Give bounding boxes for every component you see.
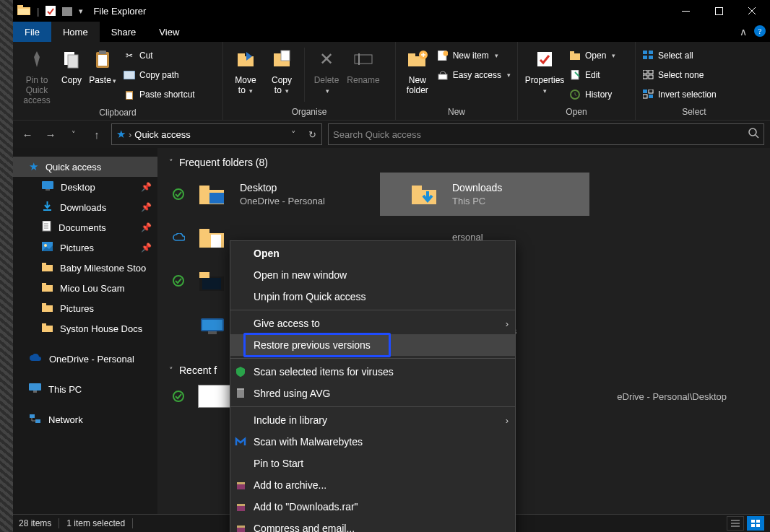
- maximize-button[interactable]: [702, 0, 735, 22]
- ribbon-group-open: Properties▾ Open▾ Edit History: [518, 42, 636, 120]
- nav-forward-button[interactable]: →: [42, 126, 59, 143]
- ctx-give-access-to[interactable]: Give access to›: [230, 313, 515, 334]
- sidebar-item-pictures-2[interactable]: Pictures: [13, 298, 157, 318]
- ctx-pin-to-start[interactable]: Pin to Start: [230, 453, 515, 474]
- svg-rect-43: [643, 75, 647, 79]
- svg-point-81: [173, 276, 183, 286]
- sidebar-item-quick-access[interactable]: ★ Quick access: [13, 157, 157, 177]
- svg-rect-77: [412, 186, 422, 191]
- tab-share[interactable]: Share: [100, 22, 148, 42]
- move-to-button[interactable]: Moveto ▾: [228, 45, 264, 95]
- nav-back-button[interactable]: ←: [19, 126, 36, 143]
- svg-rect-92: [751, 520, 755, 523]
- qat-dropdown-icon[interactable]: ▾: [79, 6, 83, 16]
- search-icon[interactable]: [748, 128, 759, 141]
- history-button[interactable]: History: [567, 85, 618, 103]
- address-bar[interactable]: ★ › Quick access ˅ ↻: [111, 123, 322, 145]
- svg-point-49: [749, 128, 756, 136]
- folder-item-desktop[interactable]: Desktop OneDrive - Personal: [168, 173, 377, 216]
- qat-properties-icon[interactable]: [46, 6, 56, 16]
- sidebar-item-onedrive[interactable]: OneDrive - Personal: [13, 349, 157, 369]
- winrar-icon: [230, 523, 251, 533]
- new-folder-button[interactable]: Newfolder: [400, 45, 435, 95]
- ctx-include-in-library[interactable]: Include in library›: [230, 409, 515, 431]
- ribbon-collapse-icon[interactable]: ∧: [740, 26, 747, 38]
- sidebar-item-desktop[interactable]: Desktop 📌: [13, 177, 157, 197]
- nav-recent-dropdown[interactable]: ˅: [65, 126, 82, 143]
- tab-file[interactable]: File: [13, 22, 51, 42]
- delete-button[interactable]: ✕ Delete▾: [309, 45, 344, 95]
- select-none-button[interactable]: Select none: [640, 66, 719, 84]
- folder-icon: [195, 266, 230, 295]
- ctx-restore-previous-versions[interactable]: Restore previous versions: [230, 334, 515, 356]
- nav-up-button[interactable]: ↑: [88, 126, 105, 143]
- ctx-open-new-window[interactable]: Open in new window: [230, 264, 515, 286]
- sidebar-item-this-pc[interactable]: This PC: [13, 379, 157, 399]
- close-button[interactable]: [735, 0, 769, 22]
- sidebar-item-network[interactable]: Network: [13, 409, 157, 429]
- svg-rect-34: [570, 51, 574, 55]
- paste-shortcut-button[interactable]: Paste shortcut: [121, 85, 197, 103]
- sidebar-item-pictures[interactable]: Pictures 📌: [13, 237, 157, 258]
- ctx-unpin-quick-access[interactable]: Unpin from Quick access: [230, 286, 515, 308]
- cut-button[interactable]: ✂Cut: [121, 46, 197, 64]
- copy-path-button[interactable]: Copy path: [121, 66, 197, 84]
- paste-button[interactable]: Paste▾: [87, 45, 118, 85]
- edit-button[interactable]: Edit: [567, 66, 618, 84]
- ctx-scan-malwarebytes[interactable]: Scan with Malwarebytes: [230, 431, 515, 453]
- pc-icon: [195, 310, 230, 339]
- invert-selection-button[interactable]: Invert selection: [640, 85, 719, 103]
- tab-home[interactable]: Home: [51, 22, 100, 42]
- ctx-compress-and-email[interactable]: Compress and email...: [230, 518, 515, 532]
- ribbon-group-label-new: New: [400, 105, 513, 120]
- minimize-button[interactable]: [669, 0, 702, 22]
- copy-button[interactable]: Copy: [56, 45, 87, 85]
- details-view-button[interactable]: [727, 516, 744, 531]
- malwarebytes-icon: [230, 437, 251, 447]
- rename-button[interactable]: Rename: [344, 45, 383, 85]
- svg-rect-37: [643, 51, 647, 54]
- svg-rect-44: [649, 75, 653, 79]
- new-item-button[interactable]: New item▾: [435, 46, 513, 64]
- folder-item-downloads[interactable]: Downloads This PC: [380, 173, 589, 216]
- frequent-folders-header[interactable]: ˅ Frequent folders (8): [157, 148, 770, 173]
- window-title: File Explorer: [93, 6, 146, 17]
- search-input[interactable]: Search Quick access: [328, 123, 764, 145]
- svg-rect-32: [537, 52, 552, 66]
- properties-button[interactable]: Properties▾: [522, 45, 567, 95]
- copy-to-button[interactable]: Copyto ▾: [264, 45, 300, 95]
- sidebar-item-downloads[interactable]: Downloads 📌: [13, 197, 157, 217]
- svg-line-50: [756, 135, 758, 138]
- sidebar-item-baby-milestone[interactable]: Baby Milestone Stoo: [13, 258, 157, 278]
- ctx-shred-avg[interactable]: Shred using AVG: [230, 383, 515, 404]
- file-explorer-window: | ▾ File Explorer File Home Share: [13, 0, 770, 532]
- svg-rect-51: [42, 181, 53, 189]
- sidebar-item-mico-lou[interactable]: Mico Lou Scam: [13, 278, 157, 298]
- sidebar-item-syston[interactable]: Syston House Docs: [13, 318, 157, 339]
- svg-rect-61: [42, 263, 46, 266]
- ctx-add-to-archive[interactable]: Add to archive...: [230, 474, 515, 496]
- help-icon[interactable]: ?: [754, 25, 766, 39]
- thumbnails-view-button[interactable]: [747, 516, 764, 531]
- search-placeholder: Search Quick access: [333, 129, 421, 140]
- svg-rect-52: [46, 189, 50, 191]
- ctx-open[interactable]: Open: [230, 243, 515, 264]
- ctx-add-to-downloads-rar[interactable]: Add to "Downloads.rar": [230, 496, 515, 518]
- easy-access-button[interactable]: Easy access▾: [435, 66, 513, 84]
- select-all-button[interactable]: Select all: [640, 46, 719, 64]
- folder-icon: [42, 263, 53, 274]
- status-item-count: 28 items: [19, 518, 51, 528]
- tab-view[interactable]: View: [147, 22, 191, 42]
- folder-icon: [42, 303, 53, 314]
- open-button[interactable]: Open▾: [567, 46, 618, 64]
- address-dropdown-icon[interactable]: ˅: [284, 124, 303, 144]
- ctx-scan-viruses[interactable]: Scan selected items for viruses: [230, 361, 515, 383]
- qat-new-folder-icon[interactable]: [62, 6, 72, 16]
- pin-to-quick-access-button[interactable]: Pin to Quickaccess: [17, 45, 56, 105]
- pin-icon: 📌: [141, 243, 152, 253]
- sidebar-item-documents[interactable]: Documents 📌: [13, 217, 157, 237]
- refresh-icon[interactable]: ↻: [303, 124, 321, 144]
- svg-rect-103: [237, 526, 245, 528]
- breadcrumb-root[interactable]: Quick access: [134, 129, 190, 140]
- ribbon-group-label-organise: Organise: [228, 105, 391, 120]
